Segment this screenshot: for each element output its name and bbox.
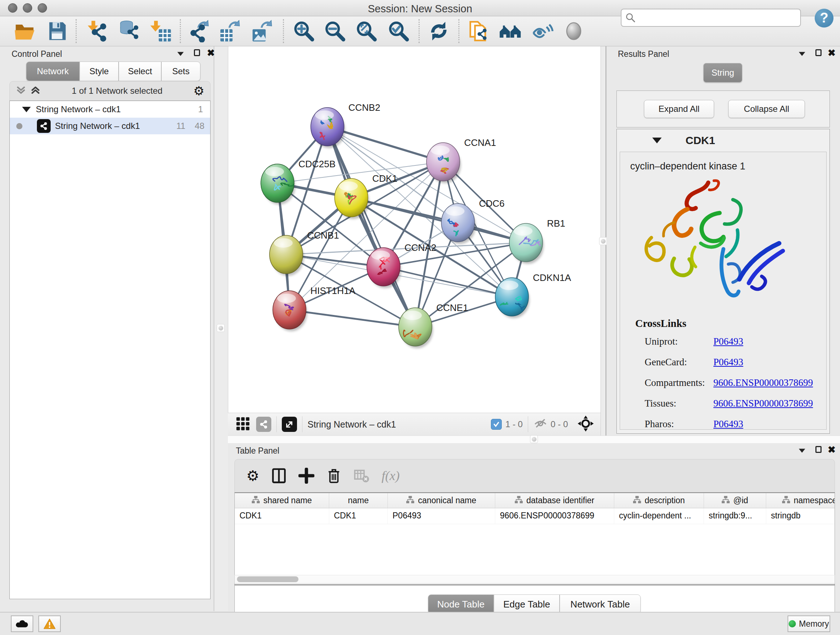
zoom-out-icon[interactable]: [324, 20, 346, 42]
column-header-canonical-name[interactable]: canonical name: [388, 493, 495, 508]
protein-node-CCNE1[interactable]: CCNE1: [399, 302, 468, 348]
help-button[interactable]: ?: [815, 9, 834, 27]
hidden-eye-slash-icon[interactable]: [533, 417, 548, 431]
network-row-selected[interactable]: String Network – cdk1 11 48: [10, 118, 210, 134]
results-panel-float-icon[interactable]: [815, 49, 821, 56]
import-table-icon[interactable]: [149, 20, 172, 42]
delete-table-icon[interactable]: [354, 468, 369, 484]
clone-network-icon[interactable]: [467, 20, 489, 42]
results-panel-close-icon[interactable]: ✖: [828, 49, 836, 57]
crosslink-value-link[interactable]: P06493: [714, 356, 744, 368]
birdseye-crosshair-icon[interactable]: [577, 415, 594, 433]
cell--id[interactable]: stringdb:9...: [704, 508, 766, 524]
network-graph[interactable]: CCNB2CCNA1CDC25BCDK1CDC6RB1CCNB1CCNA2CDK…: [228, 46, 601, 413]
tab-style[interactable]: Style: [80, 62, 118, 81]
show-graphics-details-icon[interactable]: [531, 20, 554, 42]
cell-shared-name[interactable]: CDK1: [235, 508, 329, 524]
control-panel-close-icon[interactable]: ✖: [207, 49, 215, 57]
protein-node-CDC25B[interactable]: CDC25B: [261, 158, 336, 204]
column-header-shared-name[interactable]: shared name: [235, 493, 329, 508]
network-options-gear-icon[interactable]: ⚙: [194, 85, 204, 97]
protein-node-CDKN1A[interactable]: CDKN1A: [495, 272, 571, 318]
column-header-name[interactable]: name: [329, 493, 388, 508]
import-network-icon[interactable]: [87, 20, 109, 42]
show-columns-icon[interactable]: [271, 468, 287, 484]
column-header--id[interactable]: @id: [704, 493, 766, 508]
table-panel-float-icon[interactable]: [815, 446, 821, 453]
table-panel-collapse-icon[interactable]: [799, 448, 805, 453]
function-builder-icon[interactable]: f(x): [382, 468, 400, 483]
protein-node-CCNA1[interactable]: CCNA1: [426, 137, 496, 183]
cloud-button[interactable]: [11, 616, 33, 632]
protein-card-header[interactable]: CDK1: [617, 129, 829, 152]
grid-view-icon[interactable]: [235, 416, 250, 432]
open-folder-icon[interactable]: [13, 20, 36, 42]
zoom-selected-icon[interactable]: [387, 20, 410, 42]
horizontal-splitter-handle[interactable]: [530, 435, 538, 443]
tab-string[interactable]: String: [703, 63, 742, 82]
tab-sets[interactable]: Sets: [161, 62, 201, 81]
tab-network[interactable]: Network: [26, 62, 80, 81]
crosslink-value-link[interactable]: P06493: [714, 336, 744, 347]
crosslink-value-link[interactable]: P06493: [714, 418, 744, 430]
cell-database-identifier[interactable]: 9606.ENSP00000378699: [495, 508, 614, 524]
table-horizontal-scrollbar[interactable]: [234, 575, 835, 584]
cell-name[interactable]: CDK1: [329, 508, 388, 524]
table-options-gear-icon[interactable]: ⚙: [246, 468, 259, 484]
column-header-description[interactable]: description: [614, 493, 704, 508]
collection-expand-triangle-icon[interactable]: [22, 107, 31, 112]
edge-CCNB2-CCNE1[interactable]: [327, 127, 415, 327]
houses-icon[interactable]: [499, 20, 522, 42]
export-image-icon[interactable]: [251, 20, 273, 42]
table-row[interactable]: CDK1CDK1P064939606.ENSP00000378699cyclin…: [235, 508, 835, 524]
share-view-icon[interactable]: [256, 417, 271, 432]
cell-canonical-name[interactable]: P06493: [388, 508, 495, 524]
protein-node-CCNB2[interactable]: CCNB2: [311, 102, 380, 148]
horizontal-splitter[interactable]: [228, 435, 840, 443]
right-splitter[interactable]: [600, 46, 606, 435]
cell-namespace[interactable]: stringdb: [766, 508, 835, 524]
memory-button[interactable]: Memory: [788, 616, 830, 632]
expand-all-chevrons-icon[interactable]: [16, 84, 27, 97]
birdseye-view-icon[interactable]: [562, 20, 585, 42]
zoom-in-icon[interactable]: [293, 20, 315, 42]
detach-view-icon[interactable]: [282, 417, 297, 432]
tab-select[interactable]: Select: [118, 62, 161, 81]
search-box[interactable]: [621, 9, 801, 27]
search-input[interactable]: [639, 13, 797, 23]
table-panel-close-icon[interactable]: ✖: [828, 446, 836, 453]
refresh-layout-icon[interactable]: [428, 20, 450, 42]
create-column-plus-icon[interactable]: [298, 468, 314, 484]
warning-button[interactable]: [38, 616, 61, 632]
protein-collapse-triangle-icon[interactable]: [652, 138, 662, 143]
expand-all-button[interactable]: Expand All: [644, 100, 714, 118]
tab-network-table[interactable]: Network Table: [560, 594, 641, 614]
protein-node-CDK1[interactable]: CDK1: [335, 173, 397, 219]
scrollbar-thumb[interactable]: [237, 576, 298, 582]
crosslink-value-link[interactable]: 9606.ENSP00000378699: [714, 377, 813, 388]
left-splitter-handle[interactable]: [217, 324, 225, 332]
zoom-fit-icon[interactable]: [355, 20, 378, 42]
edge-HIST1H1A-CCNE1[interactable]: [289, 310, 415, 327]
protein-node-CDC6[interactable]: CDC6: [441, 198, 505, 244]
protein-node-RB1[interactable]: RB1: [509, 218, 565, 264]
collapse-all-chevrons-icon[interactable]: [30, 84, 41, 97]
export-table-icon[interactable]: [218, 20, 241, 42]
tab-edge-table[interactable]: Edge Table: [494, 594, 560, 614]
left-splitter[interactable]: [214, 46, 228, 611]
network-collection-row[interactable]: String Network – cdk1 1: [10, 101, 210, 118]
results-panel-collapse-icon[interactable]: [799, 52, 805, 56]
collapse-all-button[interactable]: Collapse All: [728, 100, 805, 118]
crosslink-value-link[interactable]: 9606.ENSP00000378699: [714, 398, 813, 409]
control-panel-float-icon[interactable]: [194, 49, 200, 56]
save-floppy-icon[interactable]: [46, 20, 68, 42]
selected-checkbox-icon[interactable]: [491, 419, 502, 430]
protein-node-HIST1H1A[interactable]: HIST1H1A: [273, 285, 355, 331]
control-panel-collapse-icon[interactable]: [177, 52, 184, 56]
column-header-namespace[interactable]: namespace: [766, 493, 835, 508]
cell-description[interactable]: cyclin-dependent ...: [614, 508, 704, 524]
tab-node-table[interactable]: Node Table: [428, 594, 494, 614]
right-splitter-handle[interactable]: [599, 237, 607, 245]
network-canvas[interactable]: CCNB2CCNA1CDC25BCDK1CDC6RB1CCNB1CCNA2CDK…: [228, 46, 600, 413]
column-header-database-identifier[interactable]: database identifier: [495, 493, 614, 508]
